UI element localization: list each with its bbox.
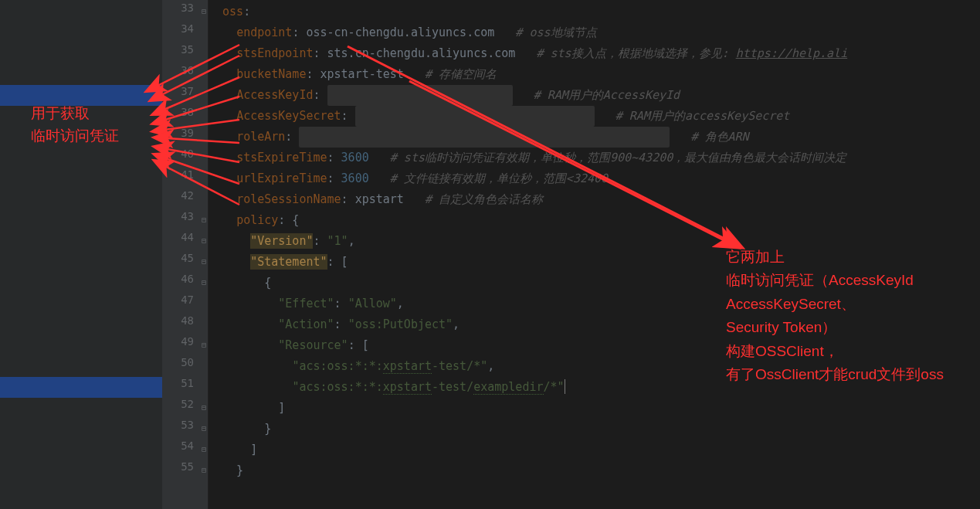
code-line[interactable]: oss: [209,2,250,22]
code-line[interactable]: "Version": "1", [209,231,355,252]
code-line[interactable]: stsExpireTime: 3600 # sts临时访问凭证有效期，单位秒，范… [209,148,846,168]
code-line[interactable]: bucketName: xpstart-test # 存储空间名 [209,64,497,85]
fold-toggle-icon[interactable]: ⊟ [202,403,206,412]
fold-toggle-icon[interactable]: ⊟ [202,7,206,15]
line-number[interactable]: 38 [171,106,194,118]
line-number[interactable]: 35 [171,43,194,56]
line-number[interactable]: 43 [171,210,194,222]
fold-toggle-icon[interactable]: ⊟ [202,278,206,287]
code-line[interactable]: } [209,460,243,481]
line-number[interactable]: 50 [171,356,194,368]
code-line[interactable]: urlExpireTime: 3600 # 文件链接有效期，单位秒，范围<324… [209,168,608,189]
line-number[interactable]: 41 [171,168,194,181]
code-line[interactable]: AccessKeySecret: x # RAM用户的accessKeySecr… [209,106,789,127]
line-number[interactable]: 33 [171,2,194,14]
code-line[interactable]: ] [209,439,257,460]
line-number[interactable]: 47 [171,294,194,306]
fold-toggle-icon[interactable]: ⊟ [202,445,206,453]
code-line[interactable]: policy: { [209,210,299,231]
code-line[interactable]: endpoint: oss-cn-chengdu.aliyuncs.com # … [209,22,597,43]
fold-toggle-icon[interactable]: ⊟ [202,466,206,474]
code-line[interactable]: AccessKeyId: x # RAM用户的AccessKeyId [209,85,680,106]
fold-toggle-icon[interactable]: ⊟ [202,424,206,433]
line-number[interactable]: 40 [171,148,194,160]
line-number[interactable]: 42 [171,189,194,202]
line-number[interactable]: 54 [171,439,194,452]
code-line[interactable]: "acs:oss:*:*:xpstart-test/*", [209,356,494,377]
line-number[interactable]: 52 [171,398,194,410]
fold-toggle-icon[interactable]: ⊟ [202,236,206,245]
line-number[interactable]: 37 [171,85,194,97]
code-line[interactable]: "Resource": [ [209,335,369,356]
fold-toggle-icon[interactable]: ⊟ [202,341,206,349]
line-number[interactable]: 39 [171,127,194,139]
line-number[interactable]: 44 [171,231,194,243]
line-number[interactable]: 45 [171,252,194,264]
code-line[interactable]: "acs:oss:*:*:xpstart-test/exampledir/*" [209,377,565,398]
code-line[interactable]: stsEndpoint: sts.cn-chengdu.aliyuncs.com… [209,43,847,64]
code-line[interactable]: roleSessionName: xpstart # 自定义角色会话名称 [209,189,543,210]
code-line[interactable]: } [209,419,271,439]
fold-toggle-icon[interactable]: ⊟ [202,257,206,266]
line-number[interactable]: 46 [171,273,194,285]
code-line[interactable]: "Effect": "Allow", [209,294,404,314]
annotation-right: 它两加上 临时访问凭证（AccessKeyId AccessKeySecret、… [726,246,944,386]
code-line[interactable]: ] [209,398,285,419]
line-number[interactable]: 34 [171,22,194,35]
left-sidebar-margin [0,0,162,509]
line-number[interactable]: 48 [171,314,194,327]
line-number[interactable]: 53 [171,419,194,431]
selected-row-highlight [0,377,162,398]
annotation-left: 用于获取 临时访问凭证 [31,103,119,147]
line-number[interactable]: 51 [171,377,194,389]
line-number[interactable]: 36 [171,64,194,76]
code-line[interactable]: { [209,273,271,294]
line-number[interactable]: 55 [171,460,194,473]
fold-toggle-icon[interactable]: ⊟ [202,215,206,224]
code-line[interactable]: "Action": "oss:PutObject", [209,314,459,335]
line-number-gutter[interactable]: 33⊟34353637383940414243⊟44⊟45⊟46⊟474849⊟… [162,0,209,509]
code-line[interactable]: "Statement": [ [209,252,348,273]
line-number[interactable]: 49 [171,335,194,348]
code-line[interactable]: roleArn: x # 角色ARN [209,127,749,148]
